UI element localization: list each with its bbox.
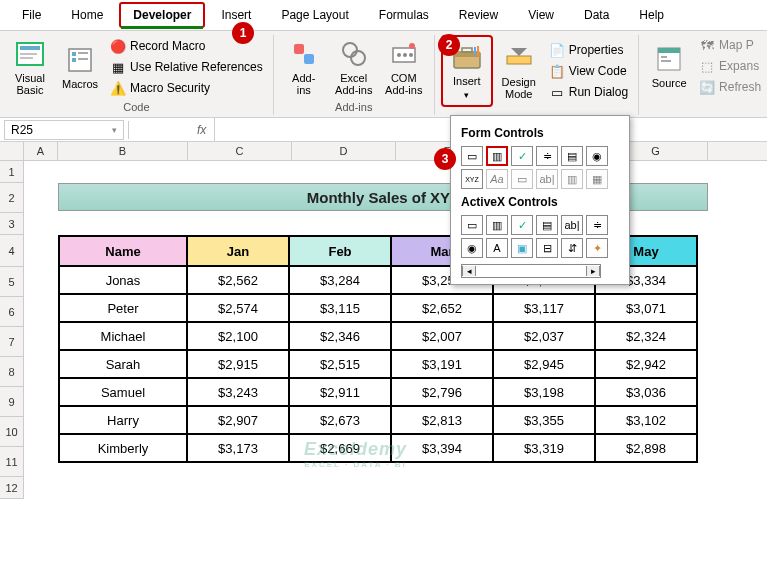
row-header-8[interactable]: 8 <box>0 357 24 387</box>
expansion-button[interactable]: ⬚Expans <box>695 56 765 76</box>
map-properties-button[interactable]: 🗺Map P <box>695 35 765 55</box>
scroll-right-icon[interactable]: ▸ <box>586 266 600 276</box>
dropdown-scrollbar[interactable]: ◂ ▸ <box>461 264 601 278</box>
cell[interactable]: $3,198 <box>493 378 595 406</box>
row-header-11[interactable]: 11 <box>0 447 24 477</box>
design-mode-button[interactable]: Design Mode <box>495 39 543 103</box>
tab-review[interactable]: Review <box>445 2 512 28</box>
ax-list-icon[interactable]: ▤ <box>536 215 558 235</box>
cell[interactable]: $2,346 <box>289 322 391 350</box>
addins-button[interactable]: Add- ins <box>280 35 328 99</box>
ax-option-icon[interactable]: ◉ <box>461 238 483 258</box>
row-header-6[interactable]: 6 <box>0 297 24 327</box>
ax-combo-icon[interactable]: ▥ <box>486 215 508 235</box>
cell[interactable]: $3,071 <box>595 294 697 322</box>
option-control-icon[interactable]: ◉ <box>586 146 608 166</box>
row-header-12[interactable]: 12 <box>0 477 24 499</box>
image-control-icon[interactable]: ▦ <box>586 169 608 189</box>
tab-data[interactable]: Data <box>570 2 623 28</box>
run-dialog-button[interactable]: ▭Run Dialog <box>545 82 632 102</box>
combo-control-icon[interactable]: ▥ <box>561 169 583 189</box>
ax-toggle-icon[interactable]: ⊟ <box>536 238 558 258</box>
cell[interactable]: $2,673 <box>289 406 391 434</box>
ax-spin-icon[interactable]: ⇵ <box>561 238 583 258</box>
ax-button-icon[interactable]: ▭ <box>461 215 483 235</box>
ax-text-icon[interactable]: ab| <box>561 215 583 235</box>
row-header-4[interactable]: 4 <box>0 235 24 267</box>
cell[interactable]: $3,319 <box>493 434 595 462</box>
fx-label[interactable]: fx <box>189 123 214 137</box>
cell[interactable]: $2,515 <box>289 350 391 378</box>
tab-view[interactable]: View <box>514 2 568 28</box>
cell[interactable]: $2,945 <box>493 350 595 378</box>
cell[interactable]: Harry <box>59 406 187 434</box>
col-header-C[interactable]: C <box>188 142 292 160</box>
listbox-control-icon[interactable]: ▤ <box>561 146 583 166</box>
cell[interactable]: $2,911 <box>289 378 391 406</box>
cell[interactable]: Peter <box>59 294 187 322</box>
cell[interactable]: $2,907 <box>187 406 289 434</box>
tab-developer[interactable]: Developer <box>119 2 205 28</box>
cell[interactable]: $2,942 <box>595 350 697 378</box>
row-header-10[interactable]: 10 <box>0 417 24 447</box>
col-header-A[interactable]: A <box>24 142 58 160</box>
visual-basic-button[interactable]: Visual Basic <box>6 35 54 99</box>
properties-button[interactable]: 📄Properties <box>545 40 632 60</box>
ax-image-icon[interactable]: ▣ <box>511 238 533 258</box>
cell[interactable]: $2,324 <box>595 322 697 350</box>
ax-check-icon[interactable]: ✓ <box>511 215 533 235</box>
cell[interactable]: $3,117 <box>493 294 595 322</box>
cell[interactable]: $2,796 <box>391 378 493 406</box>
cell[interactable]: $2,562 <box>187 266 289 294</box>
cell[interactable]: $3,191 <box>391 350 493 378</box>
spinner-control-icon[interactable]: ≑ <box>536 146 558 166</box>
cell[interactable]: $3,173 <box>187 434 289 462</box>
row-header-1[interactable]: 1 <box>0 161 24 183</box>
label-control-icon[interactable]: Aa <box>486 169 508 189</box>
cell[interactable]: $2,652 <box>391 294 493 322</box>
cell[interactable]: $3,115 <box>289 294 391 322</box>
tab-file[interactable]: File <box>8 2 55 28</box>
tab-home[interactable]: Home <box>57 2 117 28</box>
textfield-control-icon[interactable]: ab| <box>536 169 558 189</box>
cell[interactable]: Jonas <box>59 266 187 294</box>
checkbox-control-icon[interactable]: ✓ <box>511 146 533 166</box>
tab-pagelayout[interactable]: Page Layout <box>267 2 362 28</box>
refresh-button[interactable]: 🔄Refresh <box>695 77 765 97</box>
col-header-B[interactable]: B <box>58 142 188 160</box>
ax-scroll-icon[interactable]: ≑ <box>586 215 608 235</box>
tab-help[interactable]: Help <box>625 2 678 28</box>
cell[interactable]: $2,915 <box>187 350 289 378</box>
row-header-2[interactable]: 2 <box>0 183 24 213</box>
cell[interactable]: Michael <box>59 322 187 350</box>
cell[interactable]: $2,037 <box>493 322 595 350</box>
cell[interactable]: $3,036 <box>595 378 697 406</box>
row-header-5[interactable]: 5 <box>0 267 24 297</box>
name-box[interactable]: R25▾ <box>4 120 124 140</box>
combobox-control-icon[interactable]: ▥ <box>486 146 508 166</box>
cell[interactable]: Kimberly <box>59 434 187 462</box>
cell[interactable]: $2,813 <box>391 406 493 434</box>
excel-addins-button[interactable]: Excel Add-ins <box>330 35 378 99</box>
macros-button[interactable]: Macros <box>56 41 104 93</box>
com-addins-button[interactable]: COM Add-ins <box>380 35 428 99</box>
worksheet[interactable]: Monthly Sales of XYZ NameJanFebMarAprMay… <box>24 161 767 499</box>
row-header-7[interactable]: 7 <box>0 327 24 357</box>
cell[interactable]: $3,243 <box>187 378 289 406</box>
macro-security-button[interactable]: ⚠️Macro Security <box>106 78 267 98</box>
cell[interactable]: $2,007 <box>391 322 493 350</box>
cell[interactable]: $3,355 <box>493 406 595 434</box>
cell[interactable]: $2,100 <box>187 322 289 350</box>
tab-formulas[interactable]: Formulas <box>365 2 443 28</box>
use-relative-refs-button[interactable]: ▦Use Relative References <box>106 57 267 77</box>
cell[interactable]: Sarah <box>59 350 187 378</box>
cell[interactable]: $2,574 <box>187 294 289 322</box>
col-header-corner[interactable] <box>0 142 24 160</box>
cell[interactable]: Samuel <box>59 378 187 406</box>
scrollbar-control-icon[interactable]: ▭ <box>511 169 533 189</box>
col-header-D[interactable]: D <box>292 142 396 160</box>
ax-label-icon[interactable]: A <box>486 238 508 258</box>
row-header-9[interactable]: 9 <box>0 387 24 417</box>
cell[interactable]: $3,102 <box>595 406 697 434</box>
button-control-icon[interactable]: ▭ <box>461 146 483 166</box>
